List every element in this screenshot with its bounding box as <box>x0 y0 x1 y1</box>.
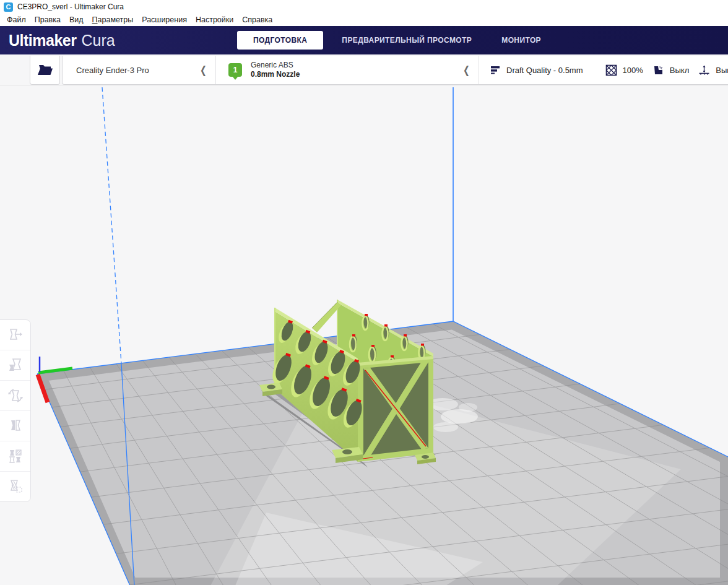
title-bar: C CE3PRO_sverl - Ultimaker Cura <box>0 0 728 14</box>
x-brace-panel <box>358 356 433 462</box>
infill-value: 100% <box>623 66 643 75</box>
profile-name: Draft Quality - 0.5mm <box>506 66 583 75</box>
move-icon <box>7 327 24 342</box>
material-name: Generic ABS <box>251 61 300 70</box>
stage-tabs: ПОДГОТОВКА ПРЕДВАРИТЕЛЬНЫЙ ПРОСМОТР МОНИ… <box>237 31 541 50</box>
infill-icon <box>605 64 617 76</box>
menu-preferences[interactable]: Настройки <box>191 15 238 24</box>
tool-mirror[interactable] <box>0 411 30 441</box>
tab-monitor[interactable]: МОНИТОР <box>501 36 541 45</box>
viewport-3d[interactable]: Список объектов ✎ CE3PRO_sverl 100.0 x 4… <box>0 85 728 585</box>
scale-icon <box>7 358 24 373</box>
open-file-button[interactable] <box>30 56 60 85</box>
open-folder-icon <box>37 63 53 77</box>
tool-panel <box>0 319 31 502</box>
logo-cura: Cura <box>81 32 115 50</box>
adhesion-value: Вык <box>716 66 728 75</box>
extruder-badge: 1 <box>228 63 242 77</box>
support-icon <box>652 64 664 76</box>
window-title: CE3PRO_sverl - Ultimaker Cura <box>17 2 124 11</box>
cura-app-icon: C <box>4 2 13 12</box>
menu-view[interactable]: Вид <box>65 15 88 24</box>
menu-settings[interactable]: Параметры <box>88 15 138 24</box>
tool-move[interactable] <box>0 320 30 350</box>
menu-help[interactable]: Справка <box>238 15 277 24</box>
print-settings-selector[interactable]: Draft Quality - 0.5mm 100% Выкл <box>479 56 728 84</box>
menu-bar: Файл Правка Вид Параметры Расширения Нас… <box>0 14 728 26</box>
tool-rotate[interactable] <box>0 381 30 411</box>
support-blocker-icon <box>7 479 24 494</box>
tool-support-blocker[interactable] <box>0 472 30 501</box>
logo-ultimaker: Ultimaker <box>9 32 76 50</box>
tab-prepare[interactable]: ПОДГОТОВКА <box>237 31 323 50</box>
rotate-icon <box>7 388 24 403</box>
nozzle-size: 0.8mm Nozzle <box>251 70 300 79</box>
configuration-toolbar: Creality Ender-3 Pro ❮ 1 Generic ABS 0.8… <box>62 56 728 85</box>
menu-edit[interactable]: Правка <box>30 15 65 24</box>
tool-per-model-settings[interactable] <box>0 441 30 472</box>
menu-file[interactable]: Файл <box>2 15 30 24</box>
printer-name: Creality Ender-3 Pro <box>76 66 149 75</box>
mirror-icon <box>7 418 24 433</box>
profile-layers-icon <box>490 64 501 76</box>
per-model-settings-icon <box>7 449 24 464</box>
adhesion-icon <box>698 64 710 76</box>
main-header: Ultimaker Cura ПОДГОТОВКА ПРЕДВАРИТЕЛЬНЫ… <box>0 26 728 54</box>
support-value: Выкл <box>670 66 689 75</box>
tool-scale[interactable] <box>0 350 30 381</box>
printer-selector[interactable]: Creality Ender-3 Pro ❮ <box>63 56 216 84</box>
chevron-icon: ❮ <box>200 64 207 76</box>
material-selector[interactable]: 1 Generic ABS 0.8mm Nozzle ❮ <box>216 56 479 84</box>
chevron-icon: ❮ <box>463 64 470 76</box>
cura-logo: Ultimaker Cura <box>9 26 115 54</box>
tab-preview[interactable]: ПРЕДВАРИТЕЛЬНЫЙ ПРОСМОТР <box>342 36 472 45</box>
menu-extensions[interactable]: Расширения <box>137 15 191 24</box>
